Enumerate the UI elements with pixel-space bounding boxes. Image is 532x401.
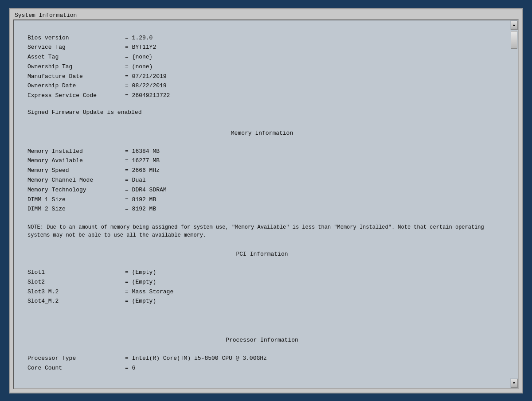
core-count-label: Core Count xyxy=(27,364,125,373)
content-area[interactable]: Bios version = 1.29.0 Service Tag = BYT1… xyxy=(14,20,510,388)
dimm1-value: = 8192 MB xyxy=(125,195,156,205)
slot2-row: Slot2 = (Empty) xyxy=(27,278,497,287)
memory-info-header: Memory Information xyxy=(23,129,501,138)
memory-channel-value: = Dual xyxy=(125,176,146,185)
asset-tag-value: = {none} xyxy=(125,53,153,62)
memory-note: NOTE: Due to an amount of memory being a… xyxy=(23,223,501,239)
ownership-tag-value: = (none) xyxy=(125,62,153,72)
scrollbar-handle[interactable] xyxy=(511,31,517,49)
processor-type-value: = Intel(R) Core(TM) i5-8500 CPU @ 3.00GH… xyxy=(125,354,267,363)
firmware-note-block: Signed Firmware Update is enabled xyxy=(23,105,501,122)
processor-type-label: Processor Type xyxy=(27,354,125,363)
manufacture-date-label: Manufacture Date xyxy=(27,72,125,82)
asset-tag-row: Asset Tag = {none} xyxy=(27,53,497,62)
slot2-label: Slot2 xyxy=(27,278,125,287)
service-tag-label: Service Tag xyxy=(27,43,125,52)
express-service-value: = 26049213722 xyxy=(125,91,170,101)
bios-label: Bios version xyxy=(27,34,125,43)
slot4-m2-label: Slot4_M.2 xyxy=(27,297,125,306)
main-window: System Information Bios version = 1.29.0… xyxy=(9,8,523,393)
core-count-value: = 6 xyxy=(125,364,135,373)
ownership-date-label: Ownership Date xyxy=(27,82,125,91)
express-service-label: Express Service Code xyxy=(27,91,125,101)
inner-panel: Bios version = 1.29.0 Service Tag = BYT1… xyxy=(13,19,519,389)
dimm2-value: = 8192 MB xyxy=(125,205,156,214)
memory-technology-value: = DDR4 SDRAM xyxy=(125,186,167,195)
scrollbar-track[interactable] xyxy=(510,30,518,378)
dimm1-label: DIMM 1 Size xyxy=(27,195,125,205)
scrollbar[interactable]: ▲ ▼ xyxy=(510,20,518,388)
slot3-m2-label: Slot3_M.2 xyxy=(27,288,125,297)
ownership-date-row: Ownership Date = 08/22/2019 xyxy=(27,82,497,91)
dimm1-row: DIMM 1 Size = 8192 MB xyxy=(27,195,497,205)
memory-speed-value: = 2666 MHz xyxy=(125,166,160,175)
memory-technology-label: Memory Technology xyxy=(27,186,125,195)
slot3-m2-value: = Mass Storage xyxy=(125,288,173,297)
system-info-block: Bios version = 1.29.0 Service Tag = BYT1… xyxy=(23,27,501,106)
dimm2-label: DIMM 2 Size xyxy=(27,205,125,214)
slot3-m2-row: Slot3_M.2 = Mass Storage xyxy=(27,288,497,297)
pci-info-header: PCI Information xyxy=(23,250,501,259)
scrollbar-up-button[interactable]: ▲ xyxy=(511,21,518,30)
memory-installed-value: = 16384 MB xyxy=(125,147,160,156)
memory-channel-row: Memory Channel Mode = Dual xyxy=(27,176,497,185)
express-service-row: Express Service Code = 26049213722 xyxy=(27,91,497,101)
processor-type-row: Processor Type = Intel(R) Core(TM) i5-85… xyxy=(27,354,497,363)
slot2-value: = (Empty) xyxy=(125,278,156,287)
slot4-m2-value: = (Empty) xyxy=(125,297,156,306)
memory-channel-label: Memory Channel Mode xyxy=(27,176,125,185)
up-arrow-icon: ▲ xyxy=(513,23,515,27)
asset-tag-label: Asset Tag xyxy=(27,53,125,62)
ownership-date-value: = 08/22/2019 xyxy=(125,82,167,91)
bios-value: = 1.29.0 xyxy=(125,34,153,43)
pci-info-block: Slot1 = (Empty) Slot2 = (Empty) Slot3_M.… xyxy=(23,262,501,311)
scrollbar-down-button[interactable]: ▼ xyxy=(511,379,518,388)
window-title-bar: System Information xyxy=(10,9,522,19)
spacer xyxy=(23,311,501,329)
memory-speed-label: Memory Speed xyxy=(27,166,125,175)
memory-installed-label: Memory Installed xyxy=(27,147,125,156)
slot4-m2-row: Slot4_M.2 = (Empty) xyxy=(27,297,497,306)
dimm2-row: DIMM 2 Size = 8192 MB xyxy=(27,205,497,214)
core-count-row: Core Count = 6 xyxy=(27,364,497,373)
ownership-tag-label: Ownership Tag xyxy=(27,62,125,72)
bios-row: Bios version = 1.29.0 xyxy=(27,34,497,43)
manufacture-date-row: Manufacture Date = 07/21/2019 xyxy=(27,72,497,82)
memory-info-block: Memory Installed = 16384 MB Memory Avail… xyxy=(23,141,501,219)
memory-installed-row: Memory Installed = 16384 MB xyxy=(27,147,497,156)
processor-info-block: Processor Type = Intel(R) Core(TM) i5-85… xyxy=(23,348,501,378)
memory-speed-row: Memory Speed = 2666 MHz xyxy=(27,166,497,175)
down-arrow-icon: ▼ xyxy=(513,381,515,385)
memory-available-value: = 16277 MB xyxy=(125,156,160,166)
firmware-note: Signed Firmware Update is enabled xyxy=(27,109,141,116)
memory-available-row: Memory Available = 16277 MB xyxy=(27,156,497,166)
manufacture-date-value: = 07/21/2019 xyxy=(125,72,167,82)
memory-technology-row: Memory Technology = DDR4 SDRAM xyxy=(27,186,497,195)
slot1-value: = (Empty) xyxy=(125,268,156,277)
window-title: System Information xyxy=(15,12,77,19)
service-tag-value: = BYT11Y2 xyxy=(125,43,156,52)
ownership-tag-row: Ownership Tag = (none) xyxy=(27,62,497,72)
service-tag-row: Service Tag = BYT11Y2 xyxy=(27,43,497,52)
slot1-label: Slot1 xyxy=(27,268,125,277)
processor-info-header: Processor Information xyxy=(23,336,501,345)
slot1-row: Slot1 = (Empty) xyxy=(27,268,497,277)
memory-available-label: Memory Available xyxy=(27,156,125,166)
